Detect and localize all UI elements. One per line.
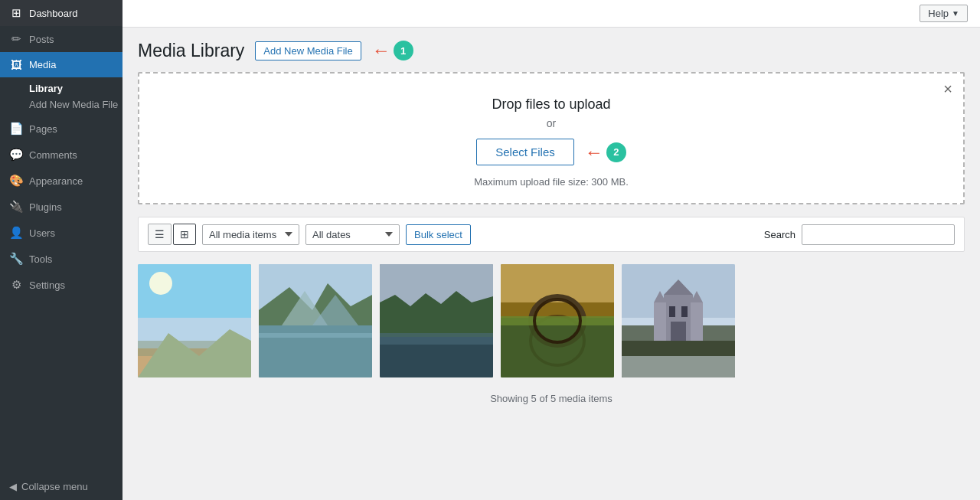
help-chevron-icon: ▼ <box>952 9 959 18</box>
search-area: Search <box>764 224 955 245</box>
media-item-1[interactable] <box>138 264 251 377</box>
media-item-5[interactable] <box>622 264 735 377</box>
media-item-4[interactable] <box>501 264 614 377</box>
media-thumb-4 <box>501 264 614 377</box>
sidebar-item-users[interactable]: 👤 Users <box>0 220 122 246</box>
sidebar-label-tools: Tools <box>29 253 52 265</box>
view-toggle: ☰ ⊞ <box>148 224 196 245</box>
media-grid <box>138 264 965 377</box>
svg-rect-39 <box>622 356 735 377</box>
sidebar-item-settings[interactable]: ⚙ Settings <box>0 272 122 298</box>
sidebar-label-comments: Comments <box>29 149 77 161</box>
sidebar-item-pages[interactable]: 📄 Pages <box>0 116 122 142</box>
annotation-1: ← 1 <box>372 40 413 61</box>
sidebar-label-users: Users <box>29 227 55 239</box>
media-icon: 🖼 <box>9 58 23 71</box>
dashboard-icon: ⊞ <box>9 6 23 20</box>
media-submenu: Library Add New Media File <box>0 77 122 116</box>
sidebar-sub-add-new[interactable]: Add New Media File <box>29 96 122 113</box>
main-content: Help ▼ Media Library Add New Media File … <box>122 0 980 500</box>
svg-rect-37 <box>691 302 703 341</box>
svg-point-5 <box>149 272 172 295</box>
media-item-3[interactable] <box>380 264 493 377</box>
page-title: Media Library <box>138 41 244 61</box>
help-button[interactable]: Help ▼ <box>920 5 968 22</box>
posts-icon: ✏ <box>9 32 23 46</box>
media-toolbar: ☰ ⊞ All media items Images Audio Video D… <box>138 217 965 252</box>
media-thumb-1 <box>138 264 251 377</box>
pages-icon: 📄 <box>9 122 23 136</box>
grid-view-icon: ⊞ <box>180 228 189 240</box>
sidebar-item-tools[interactable]: 🔧 Tools <box>0 246 122 272</box>
settings-icon: ⚙ <box>9 278 23 292</box>
sidebar-sub-library[interactable]: Library <box>29 80 122 96</box>
sidebar-label-plugins: Plugins <box>29 201 62 213</box>
sidebar-label-media: Media <box>29 59 56 70</box>
sidebar-label-dashboard: Dashboard <box>29 8 78 19</box>
upload-close-button[interactable]: × <box>943 81 952 96</box>
media-item-2[interactable] <box>259 264 372 377</box>
sidebar-label-pages: Pages <box>29 123 57 135</box>
help-label: Help <box>928 8 949 19</box>
sidebar: ⊞ Dashboard ✏ Posts 🖼 Media Library Add … <box>0 0 122 500</box>
bulk-select-button[interactable]: Bulk select <box>406 224 471 245</box>
upload-or-text: or <box>155 117 948 129</box>
media-type-filter[interactable]: All media items Images Audio Video Docum… <box>202 224 299 245</box>
top-bar: Help ▼ <box>122 0 980 28</box>
page-header: Media Library Add New Media File ← 1 <box>138 40 965 61</box>
svg-rect-32 <box>669 306 675 317</box>
select-files-button[interactable]: Select Files <box>476 139 574 165</box>
arrow-right-icon-1: ← <box>372 40 390 61</box>
media-thumb-5 <box>622 264 735 377</box>
collapse-arrow-icon: ◀ <box>9 481 17 492</box>
svg-rect-24 <box>501 316 614 325</box>
sidebar-item-appearance[interactable]: 🎨 Appearance <box>0 168 122 194</box>
users-icon: 👤 <box>9 226 23 240</box>
svg-rect-35 <box>654 302 666 341</box>
date-filter[interactable]: All dates January 2024 February 2024 <box>305 224 400 245</box>
svg-rect-17 <box>380 333 493 345</box>
collapse-label: Collapse menu <box>21 481 88 492</box>
svg-rect-33 <box>681 306 688 317</box>
svg-rect-12 <box>259 333 372 338</box>
select-files-row: Select Files ← 2 <box>155 139 948 165</box>
sidebar-item-dashboard[interactable]: ⊞ Dashboard <box>0 0 122 26</box>
media-count: Showing 5 of 5 media items <box>138 390 965 404</box>
grid-view-button[interactable]: ⊞ <box>173 224 196 245</box>
upload-title: Drop files to upload <box>155 96 948 113</box>
plugins-icon: 🔌 <box>9 200 23 214</box>
comments-icon: 💬 <box>9 148 23 162</box>
svg-rect-23 <box>501 318 614 377</box>
annotation-2: ← 2 <box>585 142 626 163</box>
annotation-circle-2: 2 <box>606 142 626 162</box>
media-thumb-2 <box>259 264 372 377</box>
sidebar-label-appearance: Appearance <box>29 175 83 187</box>
media-thumb-3 <box>380 264 493 377</box>
sidebar-item-comments[interactable]: 💬 Comments <box>0 142 122 168</box>
annotation-circle-1: 1 <box>394 41 413 60</box>
add-new-media-button[interactable]: Add New Media File <box>255 41 361 60</box>
svg-rect-34 <box>671 322 686 341</box>
collapse-menu[interactable]: ◀ Collapse menu <box>0 473 122 500</box>
list-view-icon: ☰ <box>155 228 165 240</box>
upload-maxsize: Maximum upload file size: 300 MB. <box>155 176 948 188</box>
upload-box: × Drop files to upload or Select Files ←… <box>138 72 965 204</box>
sidebar-label-settings: Settings <box>29 279 65 291</box>
sidebar-item-media[interactable]: 🖼 Media <box>0 52 122 77</box>
sidebar-label-posts: Posts <box>29 34 54 45</box>
appearance-icon: 🎨 <box>9 174 23 188</box>
arrow-right-icon-2: ← <box>585 142 603 163</box>
page-area: Media Library Add New Media File ← 1 × D… <box>122 28 980 500</box>
sidebar-item-plugins[interactable]: 🔌 Plugins <box>0 194 122 220</box>
sidebar-item-posts[interactable]: ✏ Posts <box>0 26 122 52</box>
list-view-button[interactable]: ☰ <box>148 224 172 245</box>
search-label: Search <box>764 229 795 240</box>
search-input[interactable] <box>802 224 955 245</box>
tools-icon: 🔧 <box>9 252 23 266</box>
